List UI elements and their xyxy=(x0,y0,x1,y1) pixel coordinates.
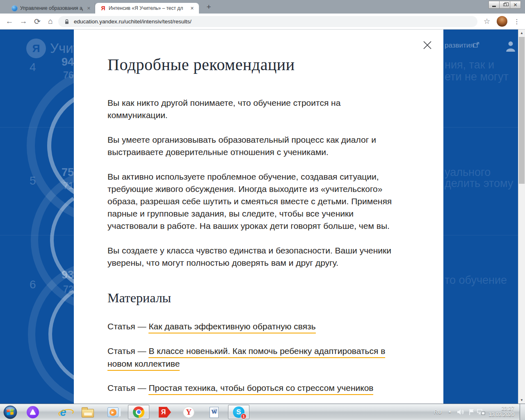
language-indicator[interactable]: RU xyxy=(434,409,442,415)
clock[interactable]: 23:27 13.03.2020 xyxy=(485,406,514,418)
new-tab-button[interactable]: + xyxy=(203,2,214,12)
globe-icon xyxy=(11,5,18,11)
tab-title: Интенсив «Я Учитель» – тест дл xyxy=(109,5,186,11)
material-link[interactable]: В классе новенький. Как помочь ребенку а… xyxy=(107,346,385,371)
material-item: Статья — Как давать эффективную обратную… xyxy=(107,320,401,333)
volume-icon[interactable] xyxy=(457,409,464,415)
close-icon: ✕ xyxy=(513,2,517,7)
external-link-icon xyxy=(473,42,479,48)
folder-icon xyxy=(82,409,94,418)
internet-explorer-icon: e xyxy=(60,407,66,418)
show-desktop-button[interactable] xyxy=(520,404,525,420)
material-item: Статья — В классе новенький. Как помочь … xyxy=(107,345,401,370)
recommendation-paragraph: Вы создаете у класса чувство единства и … xyxy=(107,244,407,269)
row-divider xyxy=(0,127,74,128)
taskbar-media-player-button[interactable]: ▶ xyxy=(106,406,119,418)
ya-uchitel-logo-icon[interactable]: Я xyxy=(26,39,46,58)
material-link[interactable]: Простая техника, чтобы бороться со стрес… xyxy=(148,383,373,395)
network-icon[interactable] xyxy=(477,409,485,415)
minimize-button[interactable] xyxy=(488,1,500,9)
row-divider xyxy=(443,127,518,128)
minimize-icon xyxy=(492,6,496,7)
score-value: 94 xyxy=(62,56,74,68)
skype-icon: S 1 xyxy=(233,406,244,418)
reload-button[interactable]: ⟳ xyxy=(31,14,43,29)
chrome-icon xyxy=(133,406,144,418)
recommendation-paragraph: Вы как никто другой понимаете, что обуче… xyxy=(107,97,407,121)
taskbar-word-button[interactable]: W xyxy=(208,406,221,418)
material-prefix: Статья — xyxy=(107,346,148,356)
start-button[interactable] xyxy=(3,405,17,419)
window-controls: ✕ xyxy=(489,1,521,9)
action-center-flag-icon[interactable] xyxy=(468,409,475,415)
scroll-up-icon[interactable]: ▲ xyxy=(518,30,525,37)
nav-link-fragment[interactable]: развития xyxy=(445,41,474,50)
browser-menu-icon[interactable]: ⋮ xyxy=(512,14,522,29)
section-number: 5 xyxy=(30,174,36,187)
yandex-browser-icon: Y xyxy=(183,406,194,418)
taskbar-yandex-browser-button[interactable]: Y xyxy=(182,406,195,418)
close-window-button[interactable]: ✕ xyxy=(510,1,521,9)
modal-close-icon[interactable] xyxy=(422,39,433,51)
forward-button[interactable]: → xyxy=(17,14,30,29)
address-bar[interactable]: education.yandex.ru/uchitel/intensiv/tes… xyxy=(58,16,477,27)
page-viewport: Я Учитель развития 4 94 76 ния, так и ет… xyxy=(0,30,525,404)
recommendations-modal: Подробные рекомендации Вы как никто друг… xyxy=(74,30,443,404)
taskbar-explorer-button[interactable] xyxy=(81,406,94,418)
scroll-down-icon[interactable]: ▼ xyxy=(518,397,525,404)
media-player-icon: ▶ xyxy=(107,407,119,417)
section-number: 6 xyxy=(30,278,36,291)
word-icon: W xyxy=(210,407,219,418)
yandex-favicon-icon: Я xyxy=(100,5,106,11)
text-fragment: делить этому xyxy=(445,177,513,190)
taskbar-chrome-button-active[interactable] xyxy=(128,405,149,419)
bookmark-star-icon[interactable]: ☆ xyxy=(481,14,493,29)
taskbar-skype-button-active[interactable]: S 1 xyxy=(228,405,249,419)
yandex-legacy-icon: Я xyxy=(159,406,171,418)
clock-time: 23:27 xyxy=(485,406,514,412)
page-scrollbar[interactable]: ▲ ▼ xyxy=(518,30,525,404)
back-button[interactable]: ← xyxy=(3,14,16,29)
word-letter: W xyxy=(211,409,217,415)
score-value: 75 xyxy=(62,166,74,179)
alice-icon xyxy=(27,406,39,418)
material-link[interactable]: Как давать эффективную обратную связь xyxy=(148,322,315,333)
tab-title: Управление образования адми xyxy=(20,5,83,11)
taskbar-ie-button[interactable]: e xyxy=(57,406,70,418)
text-fragment: ети не могут xyxy=(445,71,509,83)
profile-avatar[interactable] xyxy=(497,16,507,27)
clock-date: 13.03.2020 xyxy=(485,412,514,418)
score-sub-value: 76 xyxy=(63,70,74,81)
lock-icon xyxy=(64,18,70,25)
screen: Управление образования адми ✕ Я Интенсив… xyxy=(0,0,525,420)
taskbar-yandex-legacy-button[interactable]: Я xyxy=(158,406,171,418)
taskbar-alice-button[interactable] xyxy=(26,406,39,418)
material-prefix: Статья — xyxy=(107,383,148,393)
recommendation-paragraph: Вы активно используете проблемное обучен… xyxy=(107,171,407,232)
score-sub-value: 71 xyxy=(63,180,74,192)
material-item: Статья — Простая техника, чтобы бороться… xyxy=(107,381,401,394)
restore-icon xyxy=(503,3,507,6)
materials-heading: Материалы xyxy=(107,290,171,306)
tab-upravlenie[interactable]: Управление образования адми ✕ xyxy=(7,3,95,14)
row-divider xyxy=(443,235,518,235)
user-profile-icon[interactable] xyxy=(505,40,516,52)
tab-close-icon[interactable]: ✕ xyxy=(189,5,196,12)
score-value: 93 xyxy=(62,269,74,281)
home-button[interactable]: ⌂ xyxy=(44,14,57,29)
tab-strip: Управление образования адми ✕ Я Интенсив… xyxy=(0,0,525,14)
skype-letter: S xyxy=(236,408,241,416)
hidden-icons-arrow[interactable]: ▲ xyxy=(448,409,452,413)
restore-button[interactable] xyxy=(499,1,510,9)
row-divider xyxy=(0,235,74,235)
section-number: 4 xyxy=(30,61,36,74)
scrollbar-thumb[interactable] xyxy=(519,37,525,184)
material-prefix: Статья — xyxy=(107,322,148,331)
play-icon: ▶ xyxy=(110,409,116,416)
recommendation-paragraph: Вы умеете организовывать образовательный… xyxy=(107,134,407,158)
taskbar: e ▶ Я Y W S 1 xyxy=(0,404,525,420)
tab-close-icon[interactable]: ✕ xyxy=(85,5,92,12)
tab-intensiv-active[interactable]: Я Интенсив «Я Учитель» – тест дл ✕ xyxy=(95,3,199,14)
browser-toolbar: ← → ⟳ ⌂ education.yandex.ru/uchitel/inte… xyxy=(0,14,525,30)
text-fragment: то обучение xyxy=(445,274,507,287)
